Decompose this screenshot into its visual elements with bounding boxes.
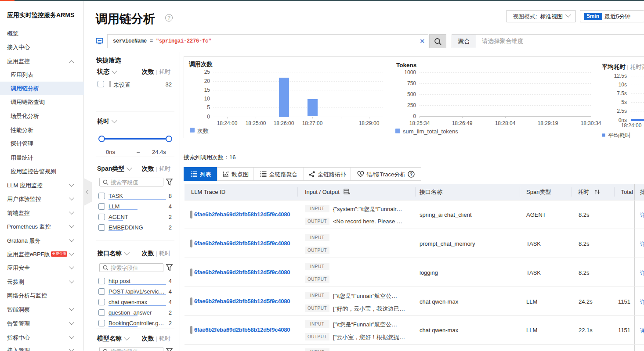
svg-text:?: ? (410, 172, 412, 177)
